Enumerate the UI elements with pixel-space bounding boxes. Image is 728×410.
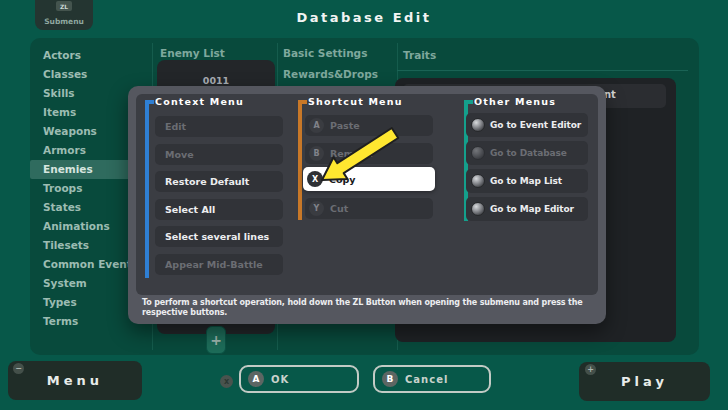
shortcut-copy-label: Copy	[329, 174, 356, 185]
cancel-button[interactable]: B Cancel	[373, 365, 491, 393]
page-title: Database Edit	[0, 10, 728, 25]
plus-button-icon: +	[585, 364, 596, 375]
go-to-map-editor-label: Go to Map Editor	[490, 204, 574, 214]
go-to-map-list-label: Go to Map List	[490, 176, 562, 186]
go-to-event-editor-label: Go to Event Editor	[490, 120, 581, 130]
submenu-popup: Context Menu Edit Move Restore Default S…	[128, 86, 606, 324]
cancel-label: Cancel	[405, 374, 448, 385]
shortcut-paste-button[interactable]: A Paste	[305, 115, 433, 136]
screen: ZL Submenu Database Edit Actors Classes …	[0, 0, 728, 410]
go-to-database-button[interactable]: Go to Database	[466, 141, 588, 165]
minus-button-icon: −	[13, 363, 24, 374]
context-select-several-lines-button[interactable]: Select several lines	[155, 226, 283, 247]
context-select-all-button[interactable]: Select All	[155, 199, 283, 220]
go-to-event-editor-button[interactable]: Go to Event Editor	[466, 113, 588, 137]
map-editor-icon	[471, 202, 485, 216]
b-button-icon: B	[309, 146, 324, 161]
sidebar-item-actors[interactable]: Actors	[30, 46, 152, 65]
traits-divider	[397, 70, 688, 71]
x-button-icon: X	[307, 171, 323, 187]
database-icon	[471, 146, 485, 160]
basic-settings-tab[interactable]: Basic Settings	[283, 47, 367, 59]
go-to-map-list-button[interactable]: Go to Map List	[466, 169, 588, 193]
menu-button[interactable]: Menu	[8, 361, 142, 400]
traits-header: Traits	[403, 49, 436, 61]
shortcut-copy-button[interactable]: X Copy	[303, 167, 435, 191]
sidebar-item-classes[interactable]: Classes	[30, 65, 152, 84]
ok-label: OK	[271, 374, 289, 385]
other-menus-title: Other Menus	[474, 96, 556, 107]
shortcut-menu-accent-bar	[298, 100, 302, 220]
shortcut-cut-label: Cut	[330, 203, 348, 214]
go-to-database-label: Go to Database	[490, 148, 567, 158]
map-list-icon	[471, 174, 485, 188]
context-move-button[interactable]: Move	[155, 144, 283, 165]
shortcut-remove-label: Remove	[330, 148, 373, 159]
shortcut-cut-button[interactable]: Y Cut	[305, 198, 433, 219]
shortcut-menu-title: Shortcut Menu	[308, 96, 403, 107]
event-editor-icon	[471, 118, 485, 132]
y-button-icon: Y	[309, 201, 324, 216]
context-edit-button[interactable]: Edit	[155, 116, 283, 137]
go-to-map-editor-button[interactable]: Go to Map Editor	[466, 197, 588, 221]
a-button-icon: A	[309, 118, 324, 133]
context-menu-accent-bar	[145, 100, 149, 278]
shortcut-paste-label: Paste	[330, 120, 360, 131]
rewards-drops-tab[interactable]: Rewards&Drops	[283, 68, 378, 80]
context-restore-default-button[interactable]: Restore Default	[155, 171, 283, 192]
enemy-list-header: Enemy List	[160, 47, 225, 59]
context-menu-title: Context Menu	[155, 96, 244, 107]
play-button[interactable]: Play	[579, 362, 710, 401]
ok-button[interactable]: A OK	[239, 365, 359, 393]
enemy-list-item[interactable]: 0011	[157, 75, 275, 86]
b-button-hint-icon: B	[382, 371, 398, 387]
x-hint-icon: x	[220, 375, 233, 388]
shortcut-remove-button[interactable]: B Remove	[305, 143, 433, 164]
popup-help-text: To perform a shortcut operation, hold do…	[142, 298, 604, 318]
context-appear-mid-battle-button[interactable]: Appear Mid-Battle	[155, 254, 283, 275]
a-button-hint-icon: A	[248, 371, 264, 387]
add-enemy-button[interactable]: +	[206, 326, 226, 354]
